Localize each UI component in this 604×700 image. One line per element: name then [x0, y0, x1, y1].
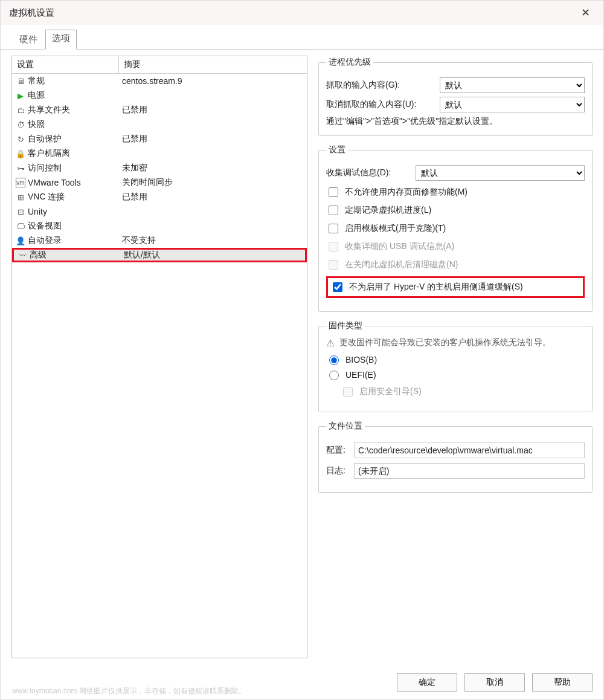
radio-uefi[interactable]: [329, 371, 339, 380]
list-item[interactable]: ↻自动保护已禁用: [12, 132, 307, 146]
checkbox-log[interactable]: [329, 206, 338, 215]
list-item-advanced[interactable]: 〰高级默认/默认: [12, 248, 307, 262]
list-item[interactable]: vmVMware Tools关闭时间同步: [12, 175, 307, 190]
folder-share-icon: 🗀: [16, 105, 25, 115]
firmware-warning: 更改固件可能会导致已安装的客户机操作系统无法引导。: [339, 337, 551, 348]
list-item[interactable]: 👤自动登录不受支持: [12, 233, 307, 248]
cancel-button[interactable]: 取消: [464, 673, 525, 692]
help-button[interactable]: 帮助: [532, 673, 593, 692]
watermark: www.toymoban.com 网络图片仅供展示，非存储，如有侵权请联系删除。: [12, 686, 246, 696]
legend-settings: 设置: [326, 144, 348, 155]
list-body: 🖥常规centos.stream.9 ▶电源 🗀共享文件夹已禁用 ⏱快照 ↻自动…: [12, 74, 307, 658]
list-item[interactable]: 🖵设备视图: [12, 219, 307, 233]
group-priority: 进程优先级 抓取的输入内容(G): 默认 取消抓取的输入内容(U): 默认 通过…: [318, 57, 593, 136]
select-ungrabbed[interactable]: 默认: [440, 97, 585, 112]
vm-icon: vm: [16, 178, 25, 187]
header-setting: 设置: [12, 56, 118, 73]
unity-icon: ⊡: [16, 207, 25, 216]
dialog-body: 设置 摘要 🖥常规centos.stream.9 ▶电源 🗀共享文件夹已禁用 ⏱…: [1, 49, 603, 666]
monitor-icon: 🖥: [16, 76, 25, 86]
config-path[interactable]: C:\coder\resource\develop\vmware\virtual…: [354, 442, 585, 458]
legend-filelocation: 文件位置: [326, 421, 365, 432]
vm-settings-window: 虚拟机设置 ✕ 硬件 选项 设置 摘要 🖥常规centos.stream.9 ▶…: [0, 0, 604, 700]
settings-list: 设置 摘要 🖥常规centos.stream.9 ▶电源 🗀共享文件夹已禁用 ⏱…: [11, 56, 307, 658]
legend-priority: 进程优先级: [326, 57, 373, 68]
list-item[interactable]: ▶电源: [12, 88, 307, 103]
snapshot-icon: ⏱: [16, 120, 25, 129]
list-item[interactable]: 🗀共享文件夹已禁用: [12, 103, 307, 117]
checkbox-mem[interactable]: [329, 187, 338, 197]
group-settings: 设置 收集调试信息(D): 默认 不允许使用内存页面修整功能(M) 定期记录虚拟…: [318, 144, 593, 312]
clock-icon: ↻: [16, 134, 25, 144]
play-icon: ▶: [16, 91, 25, 100]
ok-button[interactable]: 确定: [397, 673, 457, 692]
log-path[interactable]: (未开启): [354, 463, 585, 479]
header-summary: 摘要: [118, 56, 307, 73]
tab-row: 硬件 选项: [1, 30, 603, 50]
display-icon: 🖵: [16, 221, 25, 231]
list-item[interactable]: ⊞VNC 连接已禁用: [12, 190, 307, 204]
list-item[interactable]: ⏱快照: [12, 117, 307, 132]
list-item[interactable]: ⊡Unity: [12, 204, 307, 219]
list-item[interactable]: 🔒客户机隔离: [12, 146, 307, 161]
checkbox-usb: [329, 242, 338, 251]
group-firmware: 固件类型 ⚠ 更改固件可能会导致已安装的客户机操作系统无法引导。 BIOS(B)…: [318, 320, 593, 412]
label-log: 日志:: [326, 465, 350, 476]
advanced-icon: 〰: [18, 250, 27, 260]
titlebar: 虚拟机设置 ✕: [1, 1, 603, 25]
label-config: 配置:: [326, 445, 350, 456]
priority-hint: 通过"编辑">"首选项">"优先级"指定默认设置。: [326, 116, 585, 127]
vnc-icon: ⊞: [16, 192, 25, 202]
window-title: 虚拟机设置: [9, 7, 576, 19]
checkbox-hyperv[interactable]: [333, 282, 342, 292]
close-icon[interactable]: ✕: [576, 4, 595, 22]
tab-hardware[interactable]: 硬件: [11, 30, 45, 50]
label-ungrabbed: 取消抓取的输入内容(U):: [326, 99, 435, 110]
list-item[interactable]: 🖥常规centos.stream.9: [12, 74, 307, 88]
right-pane: 进程优先级 抓取的输入内容(G): 默认 取消抓取的输入内容(U): 默认 通过…: [318, 56, 593, 658]
checkbox-secureboot: [343, 387, 353, 397]
select-grabbed[interactable]: 默认: [440, 77, 585, 93]
checkbox-clean: [329, 260, 338, 270]
key-icon: 🗝: [16, 163, 25, 173]
legend-firmware: 固件类型: [326, 320, 365, 331]
warning-icon: ⚠: [326, 337, 335, 349]
user-icon: 👤: [16, 236, 25, 245]
label-grabbed: 抓取的输入内容(G):: [326, 80, 435, 91]
checkbox-template[interactable]: [329, 224, 338, 233]
label-debug: 收集调试信息(D):: [326, 167, 411, 178]
radio-bios[interactable]: [329, 355, 339, 365]
select-debug[interactable]: 默认: [416, 165, 585, 181]
tab-options[interactable]: 选项: [45, 30, 77, 50]
group-filelocation: 文件位置 配置: C:\coder\resource\develop\vmwar…: [318, 421, 593, 493]
lock-icon: 🔒: [16, 149, 25, 158]
list-header: 设置 摘要: [12, 56, 307, 74]
list-item[interactable]: 🗝访问控制未加密: [12, 161, 307, 175]
